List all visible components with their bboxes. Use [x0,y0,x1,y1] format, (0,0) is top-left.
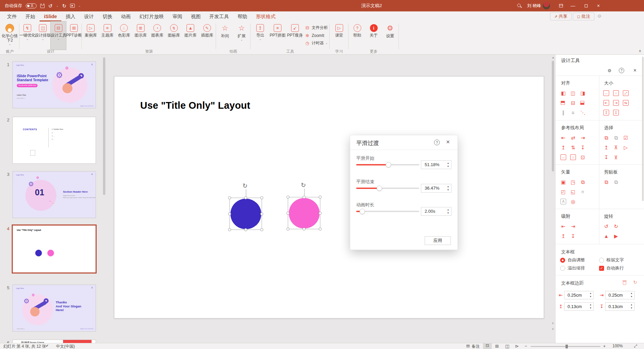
reading-view-icon[interactable]: ◫ [505,344,509,349]
scrollbar-thumb[interactable] [552,61,554,171]
rotate-handle-icon[interactable]: ↻ [243,182,248,190]
snap-right-icon[interactable]: ⇥ [568,221,578,231]
restore-button[interactable] [580,0,592,11]
resize-handle[interactable] [286,212,289,215]
spinner-icon[interactable]: ▲▼ [590,292,592,298]
spinner-icon[interactable]: ▲▼ [447,208,449,215]
resize-handle[interactable] [228,196,231,199]
tab-切换[interactable]: 切换 [98,11,117,21]
same-width-icon[interactable]: ↔ [601,88,611,98]
stretch-left-icon[interactable]: ⇤ [601,98,611,108]
autosave-toggle[interactable]: 关 [26,3,37,8]
ribbon-button-illustration-library[interactable]: ✎插图库 [199,21,215,50]
resize-handle[interactable] [319,228,322,231]
share-button[interactable]: ⇗共享 [550,12,572,20]
ribbon-button-design-layout[interactable]: ◫设计排版⌄ [35,21,51,50]
margin-bottom-input[interactable]: 0.13cm▲▼ [605,302,635,311]
tab-动画[interactable]: 动画 [117,11,135,21]
undo-caret-icon[interactable]: ⌄ [56,4,59,7]
comments-button[interactable]: ◻批注 [573,12,594,20]
resize-handle[interactable] [303,196,306,199]
zoom-slider-thumb[interactable] [566,345,568,348]
guide-left-icon[interactable]: ⇤ [558,133,568,143]
resize-handle[interactable] [244,196,247,199]
ribbon-button-case-library[interactable]: ▷案例库 [83,21,99,50]
ribbon-button-extend[interactable]: ☆扩展⌄ [234,21,249,50]
previous-slide-icon[interactable]: ∧ [552,321,554,325]
resize-handle[interactable] [319,196,322,199]
ribbon-button-ppt-puzzle[interactable]: ≡PPT拼图 [270,21,285,50]
guide-center-h-icon[interactable]: ⇄ [568,133,578,143]
resize-handle[interactable] [319,212,322,215]
align-middle-icon[interactable]: ⊟ [568,98,578,108]
shape-union-icon[interactable]: ▣ [558,177,568,187]
ribbon-button-ppt-slim[interactable]: ↙PPT瘦身 [287,21,303,50]
guide-width-icon[interactable]: ↔ [558,152,568,162]
margin-right-input[interactable]: 0.25cm▲▼ [605,291,635,299]
stretch-right-icon[interactable]: ⇥ [611,98,621,108]
swap-size-icon[interactable]: ⇆ [621,98,631,108]
shape-fragment-icon[interactable]: ◱ [568,187,578,197]
resize-handle[interactable] [228,228,231,231]
ribbon-button-chemistry-account[interactable]: 化学心情下2⌄ [2,21,17,50]
select-same-icon[interactable]: ⧉ [601,133,611,143]
slider-handle[interactable] [360,209,365,214]
pink-circle-shape[interactable] [289,198,320,229]
resize-handle[interactable] [303,228,306,231]
tab-设计[interactable]: 设计 [80,11,98,21]
field-value-input[interactable]: 36.47%▲▼ [421,184,451,193]
textbox-option-自动换行[interactable]: ✓自动换行 [599,265,624,271]
ribbon-button-chart-library[interactable]: ◔图表库 [150,21,165,50]
ribbon-button-theme-library[interactable]: ≡主题库 [100,21,115,50]
field-value-input[interactable]: 2.00s▲▼ [421,207,451,216]
canvas-scrollbar[interactable]: ▲ ∧ ∨ [551,55,555,343]
slide-thumbnail-5[interactable]: Logo Here≡⚙⚙ThanksAnd Your SloganHere!ww… [12,285,96,332]
align-top-icon[interactable]: ◧ [558,98,568,108]
normal-view-button[interactable]: ⊡ [483,343,492,349]
textbox-option-自由调整[interactable]: 自由调整 [560,257,585,263]
snap-left-icon[interactable]: ⇤ [558,221,568,231]
guide-bottom-icon[interactable]: ↧ [578,143,588,152]
resize-handle[interactable] [244,228,247,231]
slide-thumbnail-4[interactable]: Use "Title Only" Layout [12,225,97,273]
resize-handle[interactable] [260,212,263,215]
pink-circle-selection[interactable]: ↻ [288,197,320,229]
slide-title[interactable]: Use "Title Only" Layout [140,100,250,111]
guide-right-icon[interactable]: ⇥ [578,133,588,143]
slider-track[interactable] [356,188,419,189]
slide-panel-scrollbar[interactable] [103,57,105,195]
panel-settings-icon[interactable]: ⚙ [606,67,612,73]
zoom-in-icon[interactable]: + [603,344,606,349]
refresh-margins-icon[interactable]: ↻ [633,280,637,285]
stretch-bottom-icon[interactable]: ↧ [611,108,621,117]
spinner-icon[interactable]: ▲▼ [447,185,449,192]
flip-vertical-icon[interactable]: ▶ [611,231,621,241]
dialog-close-icon[interactable]: × [446,138,450,146]
send-backward-icon[interactable]: ⊻ [611,152,621,162]
qat-customize-icon[interactable]: ⌄ [78,4,81,7]
ribbon-display-options-icon[interactable] [555,0,567,11]
resize-handle[interactable] [286,228,289,231]
notes-icon[interactable]: ▤ [466,344,470,348]
spellcheck-icon[interactable]: ✔ [46,344,49,348]
ribbon-button-timer[interactable]: ◷计时器⌄ [305,40,328,46]
collapse-ribbon-icon[interactable]: ∧ [639,49,641,53]
notes-button[interactable]: 备注 [472,344,480,349]
ribbon-button-file-analysis[interactable]: ⊟文件分析 [305,24,328,31]
shape-combine-icon[interactable]: ◳ [568,177,578,187]
resize-handle[interactable] [260,228,263,231]
ribbon-button-diagram-library[interactable]: ≣图示库 [133,21,148,50]
slideshow-view-icon[interactable]: ⊳ [515,344,519,349]
swap-position-icon[interactable]: ⋱ [578,108,588,117]
close-button[interactable]: × [592,0,604,11]
bring-forward-icon[interactable]: ⊼ [611,143,621,152]
snap-bottom-icon[interactable]: ↧ [568,231,578,241]
slideshow-icon[interactable]: ▶ [70,4,75,8]
tab-帮助[interactable]: 帮助 [233,11,252,21]
merge-shapes-icon[interactable]: ◎ [568,197,578,206]
slide-thumbnail-3[interactable]: Logo Here≡⚙⚙01——Section Header HereSuppo… [12,171,96,218]
tab-iSlide[interactable]: iSlide [40,11,61,21]
align-center-h-icon[interactable]: ◫ [568,88,578,98]
reset-margins-trash-icon[interactable] [623,281,627,285]
apply-button[interactable]: 应用 [425,236,451,245]
